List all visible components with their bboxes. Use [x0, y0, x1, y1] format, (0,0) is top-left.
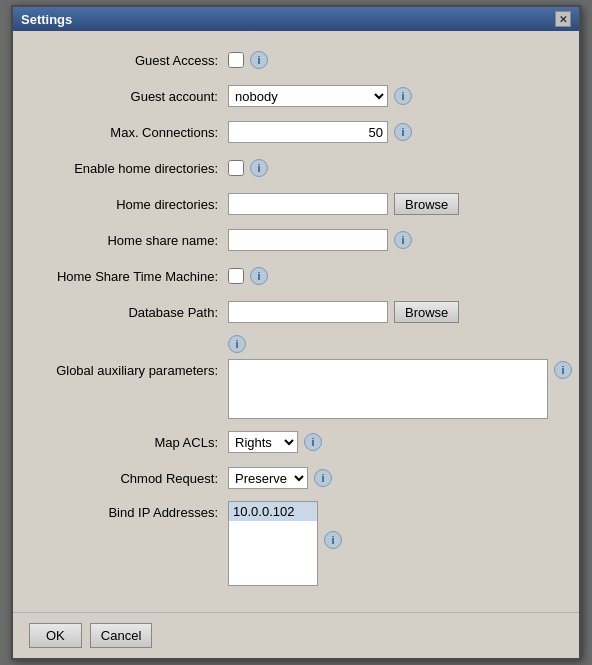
titlebar: Settings ✕ — [13, 7, 579, 31]
bind-ip-control: 10.0.0.102 i — [228, 501, 559, 586]
close-button[interactable]: ✕ — [555, 11, 571, 27]
guest-access-control: i — [228, 51, 559, 69]
home-share-time-checkbox[interactable] — [228, 268, 244, 284]
map-acls-control: Rights None Mode i — [228, 431, 559, 453]
settings-content: Guest Access: i Guest account: nobody i … — [13, 31, 579, 612]
footer: OK Cancel — [13, 612, 579, 658]
guest-account-row: Guest account: nobody i — [33, 83, 559, 109]
home-share-name-label: Home share name: — [33, 233, 228, 248]
map-acls-label: Map ACLs: — [33, 435, 228, 450]
home-directories-control: Browse — [228, 193, 559, 215]
database-path-info-row: i — [228, 335, 559, 353]
max-connections-control: i — [228, 121, 559, 143]
enable-home-label: Enable home directories: — [33, 161, 228, 176]
chmod-request-row: Chmod Request: Preserve Allow Deny i — [33, 465, 559, 491]
home-share-name-input[interactable] — [228, 229, 388, 251]
guest-access-label: Guest Access: — [33, 53, 228, 68]
cancel-button[interactable]: Cancel — [90, 623, 152, 648]
home-share-time-row: Home Share Time Machine: i — [33, 263, 559, 289]
list-item[interactable]: 10.0.0.102 — [229, 502, 317, 521]
home-share-name-row: Home share name: i — [33, 227, 559, 253]
settings-window: Settings ✕ Guest Access: i Guest account… — [11, 5, 581, 660]
database-path-browse-button[interactable]: Browse — [394, 301, 459, 323]
database-path-input[interactable] — [228, 301, 388, 323]
home-share-name-control: i — [228, 229, 559, 251]
chmod-request-select[interactable]: Preserve Allow Deny — [228, 467, 308, 489]
guest-account-control: nobody i — [228, 85, 559, 107]
window-title: Settings — [21, 12, 72, 27]
database-path-label: Database Path: — [33, 305, 228, 320]
global-aux-row: Global auxiliary parameters: i — [33, 359, 559, 419]
guest-account-select[interactable]: nobody — [228, 85, 388, 107]
database-path-info-icon[interactable]: i — [228, 335, 246, 353]
global-aux-textarea[interactable] — [228, 359, 548, 419]
enable-home-control: i — [228, 159, 559, 177]
bind-ip-row: Bind IP Addresses: 10.0.0.102 i — [33, 501, 559, 586]
chmod-request-label: Chmod Request: — [33, 471, 228, 486]
home-directories-row: Home directories: Browse — [33, 191, 559, 217]
guest-access-info-icon[interactable]: i — [250, 51, 268, 69]
max-connections-info-icon[interactable]: i — [394, 123, 412, 141]
enable-home-checkbox[interactable] — [228, 160, 244, 176]
chmod-request-info-icon[interactable]: i — [314, 469, 332, 487]
home-directories-input[interactable] — [228, 193, 388, 215]
global-aux-label: Global auxiliary parameters: — [33, 359, 228, 378]
database-path-control: Browse — [228, 301, 559, 323]
map-acls-select[interactable]: Rights None Mode — [228, 431, 298, 453]
bind-ip-info-icon[interactable]: i — [324, 531, 342, 549]
home-share-time-label: Home Share Time Machine: — [33, 269, 228, 284]
max-connections-input[interactable] — [228, 121, 388, 143]
guest-account-label: Guest account: — [33, 89, 228, 104]
home-share-time-info-icon[interactable]: i — [250, 267, 268, 285]
map-acls-row: Map ACLs: Rights None Mode i — [33, 429, 559, 455]
guest-account-info-icon[interactable]: i — [394, 87, 412, 105]
home-directories-label: Home directories: — [33, 197, 228, 212]
chmod-request-control: Preserve Allow Deny i — [228, 467, 559, 489]
home-share-time-control: i — [228, 267, 559, 285]
enable-home-row: Enable home directories: i — [33, 155, 559, 181]
bind-ip-label: Bind IP Addresses: — [33, 501, 228, 520]
database-path-row: Database Path: Browse — [33, 299, 559, 325]
enable-home-info-icon[interactable]: i — [250, 159, 268, 177]
global-aux-info-icon[interactable]: i — [554, 361, 572, 379]
home-directories-browse-button[interactable]: Browse — [394, 193, 459, 215]
guest-access-checkbox[interactable] — [228, 52, 244, 68]
max-connections-row: Max. Connections: i — [33, 119, 559, 145]
max-connections-label: Max. Connections: — [33, 125, 228, 140]
guest-access-row: Guest Access: i — [33, 47, 559, 73]
home-share-name-info-icon[interactable]: i — [394, 231, 412, 249]
map-acls-info-icon[interactable]: i — [304, 433, 322, 451]
ok-button[interactable]: OK — [29, 623, 82, 648]
global-aux-control: i — [228, 359, 572, 419]
bind-ip-listbox[interactable]: 10.0.0.102 — [228, 501, 318, 586]
